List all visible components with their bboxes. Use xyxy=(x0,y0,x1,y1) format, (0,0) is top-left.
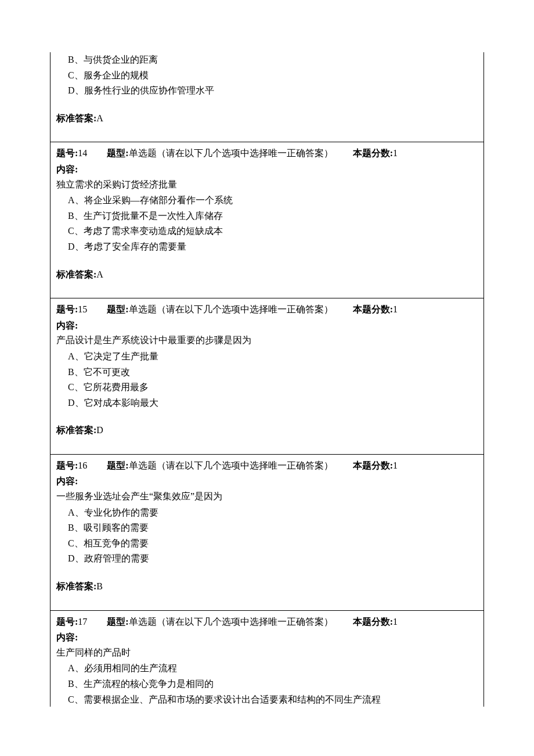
option-b: B、生产流程的核心竞争力是相同的 xyxy=(68,676,478,692)
option-d: D、考虑了安全库存的需要量 xyxy=(68,239,478,254)
option-d: D、它对成本影响最大 xyxy=(68,395,478,411)
no-value: 17 xyxy=(78,617,87,627)
type-value: 单选题（请在以下几个选项中选择唯一正确答案） xyxy=(129,304,333,314)
question-17: 题号:17 题型:单选题（请在以下几个选项中选择唯一正确答案） 本题分数:1 内… xyxy=(50,611,484,707)
option-a: A、它决定了生产批量 xyxy=(68,349,478,364)
no-label: 题号: xyxy=(56,148,78,158)
option-list: B、与供货企业的距离 C、服务企业的规模 D、服务性行业的供应协作管理水平 xyxy=(56,52,478,98)
option-d: D、政府管理的需要 xyxy=(68,551,478,566)
question-prompt: 产品设计是生产系统设计中最重要的步骤是因为 xyxy=(56,333,478,348)
question-16: 题号:16 题型:单选题（请在以下几个选项中选择唯一正确答案） 本题分数:1 内… xyxy=(50,455,484,610)
option-list: A、专业化协作的需要 B、吸引顾客的需要 C、相互竞争的需要 D、政府管理的需要 xyxy=(56,505,478,566)
question-13-tail: B、与供货企业的距离 C、服务企业的规模 D、服务性行业的供应协作管理水平 标准… xyxy=(50,52,484,142)
no-label: 题号: xyxy=(56,460,78,470)
answer-value: A xyxy=(96,269,103,279)
question-14: 题号:14 题型:单选题（请在以下几个选项中选择唯一正确答案） 本题分数:1 内… xyxy=(50,142,484,298)
answer-line: 标准答案:B xyxy=(56,579,478,594)
answer-line: 标准答案:D xyxy=(56,423,478,438)
option-a: A、将企业采购—存储部分看作一个系统 xyxy=(68,193,478,208)
question-15: 题号:15 题型:单选题（请在以下几个选项中选择唯一正确答案） 本题分数:1 内… xyxy=(50,298,484,454)
type-value: 单选题（请在以下几个选项中选择唯一正确答案） xyxy=(129,148,333,158)
no-label: 题号: xyxy=(56,304,78,314)
question-header: 题号:14 题型:单选题（请在以下几个选项中选择唯一正确答案） 本题分数:1 xyxy=(56,146,478,161)
answer-value: D xyxy=(96,425,103,435)
answer-value: B xyxy=(96,581,103,591)
option-c: C、它所花费用最多 xyxy=(68,380,478,395)
answer-line: 标准答案:A xyxy=(56,267,478,282)
question-header: 题号:15 题型:单选题（请在以下几个选项中选择唯一正确答案） 本题分数:1 xyxy=(56,302,478,317)
score-value: 1 xyxy=(393,460,398,470)
answer-label: 标准答案: xyxy=(56,269,96,279)
score-label: 本题分数: xyxy=(353,148,393,158)
score-label: 本题分数: xyxy=(353,617,393,627)
option-list: A、它决定了生产批量 B、它不可更改 C、它所花费用最多 D、它对成本影响最大 xyxy=(56,349,478,410)
question-prompt: 独立需求的采购订货经济批量 xyxy=(56,177,478,192)
score-value: 1 xyxy=(393,148,398,158)
question-header: 题号:17 题型:单选题（请在以下几个选项中选择唯一正确答案） 本题分数:1 xyxy=(56,614,478,629)
type-label: 题型: xyxy=(107,617,128,627)
option-b: B、生产订货批量不是一次性入库储存 xyxy=(68,208,478,224)
no-value: 14 xyxy=(78,148,87,158)
score-label: 本题分数: xyxy=(353,304,393,314)
answer-label: 标准答案: xyxy=(56,425,96,435)
answer-label: 标准答案: xyxy=(56,113,96,123)
option-c: C、服务企业的规模 xyxy=(68,68,478,83)
exam-page: B、与供货企业的距离 C、服务企业的规模 D、服务性行业的供应协作管理水平 标准… xyxy=(50,52,484,707)
option-c: C、需要根据企业、产品和市场的要求设计出合适要素和结构的不同生产流程 xyxy=(68,692,478,707)
type-value: 单选题（请在以下几个选项中选择唯一正确答案） xyxy=(129,460,333,470)
content-label: 内容: xyxy=(56,162,478,177)
no-value: 16 xyxy=(78,460,87,470)
content-label: 内容: xyxy=(56,630,478,645)
type-value: 单选题（请在以下几个选项中选择唯一正确答案） xyxy=(129,617,333,627)
option-c: C、考虑了需求率变动造成的短缺成本 xyxy=(68,224,478,239)
question-prompt: 生产同样的产品时 xyxy=(56,645,478,660)
option-c: C、相互竞争的需要 xyxy=(68,536,478,551)
answer-label: 标准答案: xyxy=(56,581,96,591)
answer-line: 标准答案:A xyxy=(56,111,478,126)
type-label: 题型: xyxy=(107,460,128,470)
type-label: 题型: xyxy=(107,304,128,314)
no-label: 题号: xyxy=(56,617,78,627)
answer-value: A xyxy=(96,113,103,123)
question-prompt: 一些服务业选址会产生“聚集效应”是因为 xyxy=(56,489,478,504)
option-b: B、吸引顾客的需要 xyxy=(68,520,478,535)
question-header: 题号:16 题型:单选题（请在以下几个选项中选择唯一正确答案） 本题分数:1 xyxy=(56,458,478,473)
option-list: A、必须用相同的生产流程 B、生产流程的核心竞争力是相同的 C、需要根据企业、产… xyxy=(56,661,478,707)
type-label: 题型: xyxy=(107,148,128,158)
option-list: A、将企业采购—存储部分看作一个系统 B、生产订货批量不是一次性入库储存 C、考… xyxy=(56,193,478,254)
no-value: 15 xyxy=(78,304,87,314)
option-a: A、专业化协作的需要 xyxy=(68,505,478,520)
score-label: 本题分数: xyxy=(353,460,393,470)
content-label: 内容: xyxy=(56,474,478,489)
option-a: A、必须用相同的生产流程 xyxy=(68,661,478,676)
score-value: 1 xyxy=(393,304,398,314)
content-label: 内容: xyxy=(56,318,478,333)
option-d: D、服务性行业的供应协作管理水平 xyxy=(68,83,478,98)
option-b: B、与供货企业的距离 xyxy=(68,52,478,67)
score-value: 1 xyxy=(393,617,398,627)
option-b: B、它不可更改 xyxy=(68,365,478,380)
